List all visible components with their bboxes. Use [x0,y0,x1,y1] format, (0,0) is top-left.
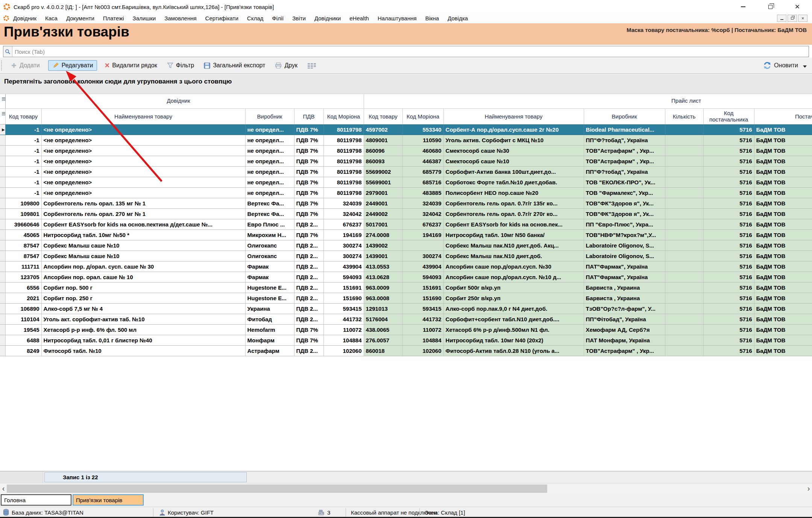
table-cell[interactable]: Сорботокс Форте табл.№10 диет.добав. [443,177,584,187]
column-header-8[interactable]: Виробник [584,108,665,124]
mdi-restore-button[interactable] [788,15,797,22]
table-cell[interactable] [665,135,703,145]
table-cell[interactable]: 110072 [323,324,364,335]
table-cell[interactable]: Сорбекс Малыш саше №10 [41,240,245,251]
table-cell[interactable]: ПП "Євро-Плюс", Укра... [584,219,665,229]
table-cell[interactable]: БаДМ ТОВ [754,177,812,187]
menu-item-довідка[interactable]: Довідка [448,15,468,21]
table-cell[interactable]: Сорбофит+сорбент табл.N10 диет.доб.... [443,314,584,324]
table-cell[interactable]: 80119798 [323,145,364,156]
table-cell[interactable]: ТОВ "ЕКОЛЄК-ПРО", Ук... [584,177,665,187]
table-row[interactable]: -1<не определено>не определ...ПДВ 7%8011… [0,166,812,177]
menu-item-філії[interactable]: Філії [272,15,284,21]
table-cell[interactable]: 151691 [402,282,443,293]
table-cell[interactable]: Сорбофит-Актив банка 100шт.диет.до... [443,166,584,177]
table-cell[interactable]: 594093 [323,272,364,282]
minimize-button[interactable] [738,3,748,11]
table-cell[interactable]: 106890 [5,303,41,314]
table-cell[interactable]: ПДВ 7% [294,208,323,219]
table-cell[interactable]: БаДМ ТОВ [754,282,812,293]
table-cell[interactable]: Вертекс Фа... [245,208,294,219]
table-cell[interactable]: 39660646 [5,219,41,229]
table-cell[interactable]: 593415 [323,303,364,314]
table-cell[interactable]: 1439001 [364,251,402,261]
table-cell[interactable]: не определ... [245,156,294,166]
table-cell[interactable]: ПДВ 7% [294,166,323,177]
table-cell[interactable]: БаДМ ТОВ [754,314,812,324]
table-cell[interactable]: 594093 [402,272,443,282]
table-cell[interactable]: БаДМ ТОВ [754,261,812,272]
table-row[interactable]: -1<не определено>не определ...ПДВ 7%8011… [0,135,812,145]
table-cell[interactable]: 80119798 [323,156,364,166]
print-button[interactable]: Друк [273,61,300,70]
table-cell[interactable]: Уголь актив. Сорбофит с МКЦ №10 [443,135,584,145]
table-cell[interactable]: Сорбекс Малыш пак.N10 диет.доб. Акц... [443,240,584,251]
table-cell[interactable]: 5017001 [364,219,402,229]
table-cell[interactable] [665,208,703,219]
table-cell[interactable]: ПП"Ф?тобад", Україна [584,135,665,145]
table-cell[interactable]: 110104 [5,314,41,324]
table-cell[interactable]: БаДМ ТОВ [754,229,812,240]
table-cell[interactable]: 676237 [402,219,443,229]
table-cell[interactable]: БаДМ ТОВ [754,219,812,229]
table-cell[interactable]: Барвиста , Украина [584,293,665,303]
table-cell[interactable]: Сорбит пор. 250 г [41,293,245,303]
table-cell[interactable]: Нитросорбид табл. 10мг N40 (20x2) [443,335,584,345]
table-cell[interactable]: 123705 [5,272,41,282]
table-cell[interactable]: 80119798 [323,177,364,187]
table-cell[interactable]: Апсорбин саше пор.д/орал.сусп. №10 д... [443,272,584,282]
table-cell[interactable]: 6556 [5,282,41,293]
column-header-1[interactable]: Найменування товару [41,108,245,124]
table-cell[interactable]: 4809001 [364,135,402,145]
table-cell[interactable]: БаДМ ТОВ [754,345,812,356]
add-button[interactable]: Додати [9,61,42,70]
table-cell[interactable]: БаДМ ТОВ [754,335,812,345]
close-button[interactable]: × [792,3,802,11]
table-cell[interactable]: Полисорбент НЕО пор.саше №20 [443,187,584,198]
table-row[interactable]: 6556Сорбит пор. 500 гHugestone E...ПДВ 2… [0,282,812,293]
table-cell[interactable] [665,124,703,135]
menu-item-довідники[interactable]: Довідники [314,15,341,21]
table-cell[interactable]: 274.0008 [364,229,402,240]
grid-menu-icon[interactable] [2,97,5,101]
table-cell[interactable]: Сорбентогель гель орал. 135 мг № 1 [41,198,245,208]
table-row[interactable]: 111711Апсорбин пор. д/орал. сусп. саше №… [0,261,812,272]
menu-item-склад[interactable]: Склад [247,15,263,21]
table-cell[interactable]: 110072 [402,324,443,335]
table-cell[interactable] [665,198,703,208]
menu-item-довідник[interactable]: Довідник [13,15,36,21]
table-cell[interactable] [665,335,703,345]
table-row[interactable]: 123705Апсорбин пор. орал. саше № 10Фарма… [0,272,812,282]
table-row[interactable]: 8249Фитосорб табл. №10АстрафармПДВ 2...1… [0,345,812,356]
table-cell[interactable]: Алко-сорб пор.пак.9,0 г N4 диет.доб. [443,303,584,314]
table-cell[interactable]: ПДВ 2... [294,345,323,356]
table-cell[interactable]: Hugestone E... [245,282,294,293]
table-cell[interactable]: -1 [5,187,41,198]
table-cell[interactable]: ПДВ 7% [294,335,323,345]
table-cell[interactable]: Сорбекс Малыш пак.N10 диет.доб. [443,251,584,261]
table-cell[interactable]: Сорбентогель гель орал. 270 мг № 1 [41,208,245,219]
table-cell[interactable]: ПДВ 2... [294,303,323,314]
table-cell[interactable]: 194169 [402,229,443,240]
table-cell[interactable]: 6488 [5,335,41,345]
table-cell[interactable]: <не определено> [41,135,245,145]
table-cell[interactable]: <не определено> [41,166,245,177]
table-row[interactable]: 19545Хетасорб р-р инф. 6% фл. 500 млHemo… [0,324,812,335]
column-chooser-icon[interactable] [305,61,319,70]
table-cell[interactable]: БаДМ ТОВ [754,208,812,219]
table-cell[interactable]: Хетасорб р-р инф. 6% фл. 500 мл [41,324,245,335]
menu-item-залишки[interactable]: Залишки [133,15,156,21]
table-cell[interactable]: 2021 [5,293,41,303]
table-cell[interactable]: ПДВ 2... [294,251,323,261]
table-cell[interactable]: 276.0057 [364,335,402,345]
table-cell[interactable]: ПАТ"Фармак", Україна [584,261,665,272]
table-cell[interactable]: 80119798 [323,135,364,145]
chevron-down-icon[interactable] [803,65,807,68]
menu-item-ehealth[interactable]: eHealth [349,15,369,21]
table-cell[interactable]: 5716 [703,198,754,208]
edit-button[interactable]: Редагувати [48,60,97,71]
column-header-11[interactable]: Постачальник [754,108,812,124]
table-cell[interactable] [665,177,703,187]
table-row[interactable]: -1<не определено>не определ...ПДВ 7%8011… [0,187,812,198]
table-row[interactable]: -1<не определено>не определ...ПДВ 7%8011… [0,145,812,156]
